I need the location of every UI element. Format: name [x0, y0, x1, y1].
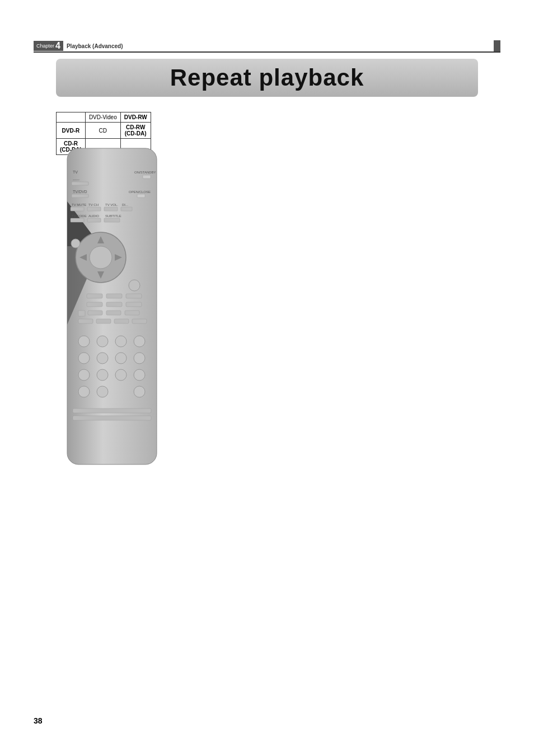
page-number: 38 — [34, 716, 43, 725]
svg-text:——: —— — [73, 178, 79, 181]
svg-rect-34 — [87, 294, 102, 298]
svg-point-27 — [90, 246, 112, 269]
chapter-title: Playback (Advanced) — [67, 43, 123, 49]
chapter-bar-right-block — [494, 40, 500, 51]
svg-rect-38 — [106, 302, 122, 307]
svg-text:TV: TV — [73, 170, 78, 174]
svg-text:TV MUTE: TV MUTE — [72, 203, 86, 206]
svg-rect-35 — [106, 294, 122, 298]
svg-rect-25 — [104, 218, 120, 222]
table-cell-empty — [57, 112, 86, 123]
svg-rect-46 — [114, 319, 129, 323]
table-cell-cd: CD — [85, 123, 120, 139]
svg-point-53 — [97, 353, 108, 364]
svg-rect-11 — [137, 194, 145, 198]
svg-rect-13 — [71, 207, 84, 211]
remote-svg: TV —— ON/STANDBY TV/DVD OPEN/CLOSE TV MU… — [56, 145, 168, 470]
svg-point-58 — [115, 369, 127, 381]
svg-rect-47 — [132, 319, 147, 323]
svg-text:ON/STANDBY: ON/STANDBY — [134, 171, 156, 174]
svg-rect-41 — [88, 311, 102, 315]
svg-point-52 — [78, 353, 90, 364]
svg-point-33 — [129, 280, 140, 291]
svg-point-55 — [134, 353, 145, 364]
svg-point-59 — [134, 369, 145, 381]
svg-point-54 — [115, 353, 127, 364]
svg-text:TV/DVD: TV/DVD — [73, 190, 87, 194]
svg-rect-15 — [87, 207, 101, 211]
svg-rect-23 — [87, 218, 101, 222]
svg-text:TV VOL.: TV VOL. — [105, 203, 118, 206]
title-banner: Repeat playback — [56, 59, 478, 97]
svg-point-60 — [78, 386, 90, 397]
svg-rect-44 — [78, 319, 93, 323]
svg-rect-39 — [126, 302, 142, 307]
svg-text:AUDIO: AUDIO — [88, 214, 99, 218]
svg-rect-19 — [121, 207, 132, 211]
svg-point-56 — [78, 369, 90, 381]
remote-control: TV —— ON/STANDBY TV/DVD OPEN/CLOSE TV MU… — [56, 145, 168, 470]
svg-rect-17 — [104, 207, 118, 211]
svg-rect-21 — [71, 218, 84, 222]
table-header-dvd-rw: DVD-RW — [120, 112, 151, 123]
chapter-number: 4 — [55, 41, 60, 50]
svg-rect-5 — [72, 182, 88, 185]
svg-rect-9 — [72, 194, 88, 198]
svg-point-62 — [134, 386, 145, 397]
svg-rect-45 — [96, 319, 111, 323]
svg-point-32 — [71, 239, 80, 248]
svg-text:DI...: DI... — [122, 203, 128, 206]
svg-text:SUBTITLE: SUBTITLE — [105, 214, 121, 218]
svg-point-51 — [134, 336, 145, 347]
svg-text:TV CODE: TV CODE — [72, 214, 87, 218]
page-title: Repeat playback — [170, 64, 364, 91]
chapter-word: Chapter — [36, 43, 54, 49]
chapter-label: Chapter 4 — [34, 41, 63, 51]
svg-rect-64 — [73, 416, 151, 420]
svg-point-61 — [97, 386, 108, 397]
svg-point-50 — [115, 336, 127, 347]
svg-rect-37 — [87, 302, 102, 307]
svg-rect-36 — [126, 294, 142, 298]
svg-rect-7 — [143, 175, 151, 179]
svg-rect-63 — [73, 408, 151, 413]
svg-point-57 — [97, 369, 108, 381]
svg-text:OPEN/CLOSE: OPEN/CLOSE — [129, 190, 151, 194]
table-header-dvd-video: DVD-Video — [85, 112, 120, 123]
svg-point-49 — [97, 336, 108, 347]
svg-rect-40 — [78, 311, 85, 316]
chapter-bar: Chapter 4 Playback (Advanced) — [34, 40, 500, 53]
table-cell-cdrw-cdda: CD-RW(CD-DA) — [120, 123, 151, 139]
table-cell-dvd-r: DVD-R — [57, 123, 86, 139]
svg-rect-42 — [106, 311, 121, 315]
svg-point-48 — [78, 336, 90, 347]
svg-rect-43 — [125, 311, 139, 315]
svg-text:TV CH: TV CH — [88, 203, 99, 206]
